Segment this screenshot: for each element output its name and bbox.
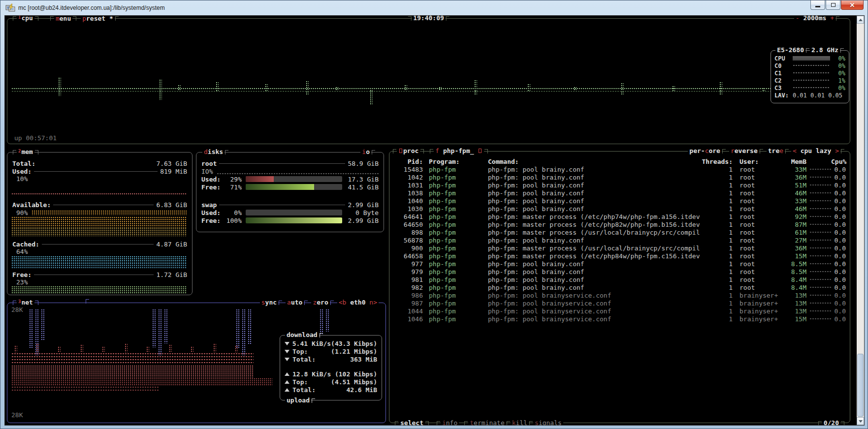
process-row[interactable]: 1030php-fpmphp-fpm: pool brainy.conf1roo… bbox=[393, 205, 846, 213]
sort-selector[interactable]: < cpu lazy > bbox=[791, 148, 840, 154]
disk-free-meter bbox=[246, 217, 342, 223]
cpu-model: E5-2680 bbox=[775, 47, 805, 54]
per-core-toggle[interactable]: per-core bbox=[688, 148, 722, 154]
interval-decrease-button[interactable]: - bbox=[796, 16, 800, 22]
process-filter[interactable]: f php-fpm_ bbox=[434, 148, 484, 154]
proc-box-title[interactable]: proc bbox=[397, 148, 420, 154]
mem-used-row: Used:819 MiB bbox=[12, 167, 187, 175]
disks-box-title[interactable]: disks bbox=[202, 149, 225, 155]
close-icon: ✕ bbox=[850, 2, 855, 8]
core-row: C30% bbox=[771, 84, 849, 92]
net-stats-box: download 5.41 KiB/s(43.3 Kibps) Top:(1.2… bbox=[280, 335, 382, 400]
disk-used-row: Used:0% 0 Byte bbox=[201, 209, 379, 216]
mem-free-graph bbox=[11, 286, 187, 294]
mem-cached-row: Cached:4.87 GiB bbox=[12, 240, 187, 248]
core-row: C10% bbox=[771, 69, 849, 77]
scrollbar[interactable] bbox=[857, 16, 864, 425]
process-row[interactable]: 1038php-fpmphp-fpm: pool brainy.conf1roo… bbox=[393, 189, 846, 197]
mem-box-title[interactable]: 2mem bbox=[17, 149, 34, 156]
mem-meter bbox=[809, 302, 831, 305]
process-row[interactable]: 979php-fpmphp-fpm: pool brainy.conf1root… bbox=[393, 268, 846, 276]
mem-meter bbox=[809, 199, 831, 202]
kill-button[interactable]: kill bbox=[511, 420, 529, 425]
mem-meter bbox=[809, 317, 831, 320]
mem-box: 2mem Total:7.63 GiB Used:819 MiB 10% Ava… bbox=[7, 152, 193, 295]
core-meter bbox=[793, 86, 830, 90]
net-zero-toggle[interactable]: zero bbox=[311, 299, 329, 306]
sort-prev-button[interactable]: < bbox=[793, 147, 797, 154]
process-row[interactable]: 1046php-fpmphp-fpm: pool brainyservice.c… bbox=[393, 315, 846, 323]
box-glyph-icon bbox=[399, 149, 402, 153]
preset-button[interactable]: preset * bbox=[81, 16, 115, 22]
titlebar[interactable]: mc [root@ub24.itdeveloper.com.ua]:/lib/s… bbox=[0, 0, 868, 15]
process-row[interactable]: 15483php-fpmphp-fpm: pool brainy.conf1ro… bbox=[393, 165, 846, 173]
disk-used-row: Used:29% 17.3 GiB bbox=[201, 175, 379, 183]
process-row[interactable]: 1040php-fpmphp-fpm: pool brainy.conf1roo… bbox=[393, 197, 846, 205]
mem-meter bbox=[809, 254, 831, 257]
core-meter bbox=[793, 79, 830, 82]
restore-button[interactable] bbox=[826, 0, 840, 10]
mem-meter bbox=[809, 286, 831, 289]
scrollbar-thumb[interactable] bbox=[857, 354, 864, 417]
process-table-header[interactable]: Pid: Program: Command: Threads: User: Me… bbox=[393, 157, 846, 165]
minimize-icon bbox=[815, 6, 820, 7]
minimize-button[interactable] bbox=[810, 0, 825, 10]
cpu-total-row: CPU0% bbox=[771, 55, 849, 62]
filter-input[interactable]: php-fpm_ bbox=[443, 147, 474, 154]
net-download-scale: 28K bbox=[11, 306, 23, 313]
scroll-down-button[interactable] bbox=[857, 417, 864, 425]
interval-increase-button[interactable]: + bbox=[830, 16, 834, 22]
process-row[interactable]: 1042php-fpmphp-fpm: pool brainy.conf1roo… bbox=[393, 173, 846, 181]
mem-free-pct: 23% bbox=[16, 278, 28, 286]
tree-toggle[interactable]: tree bbox=[767, 148, 785, 154]
net-auto-toggle[interactable]: auto bbox=[286, 299, 304, 306]
signals-button[interactable]: signals bbox=[533, 420, 563, 425]
process-row[interactable]: 981php-fpmphp-fpm: pool brainy.conf1root… bbox=[393, 276, 846, 283]
mem-cached-pct: 64% bbox=[16, 248, 28, 255]
scroll-down-icon bbox=[859, 420, 863, 423]
process-row[interactable]: 977php-fpmphp-fpm: pool brainy.conf1root… bbox=[393, 260, 846, 268]
mem-free-row: Free:1.72 GiB bbox=[12, 271, 187, 278]
mem-meter bbox=[809, 231, 831, 234]
menu-button[interactable]: menu bbox=[54, 16, 72, 22]
download-speed-row: 5.41 KiB/s(43.3 Kibps) bbox=[280, 339, 382, 347]
window-title: mc [root@ub24.itdeveloper.com.ua]:/lib/s… bbox=[18, 4, 165, 11]
sort-next-button[interactable]: > bbox=[835, 147, 839, 154]
terminate-button[interactable]: terminate bbox=[468, 420, 506, 425]
process-row[interactable]: 64650php-fpmphp-fpm: master process (/et… bbox=[393, 220, 846, 228]
disks-io-toggle[interactable]: io bbox=[360, 149, 371, 155]
clock: 19:40:09 bbox=[412, 16, 446, 22]
application-window: mc [root@ub24.itdeveloper.com.ua]:/lib/s… bbox=[0, 0, 868, 429]
down-arrow-icon bbox=[285, 342, 289, 345]
scroll-up-button[interactable] bbox=[857, 16, 864, 24]
sort-value: cpu lazy bbox=[801, 147, 835, 154]
selection-counter: 0/20 bbox=[822, 420, 840, 425]
mem-available-pct-row: 90% bbox=[12, 209, 187, 216]
close-button[interactable]: ✕ bbox=[841, 0, 864, 10]
mem-meter bbox=[809, 294, 831, 297]
reverse-toggle[interactable]: reverse bbox=[729, 148, 759, 154]
process-row[interactable]: 56878php-fpmphp-fpm: pool brainy.conf1ro… bbox=[393, 236, 846, 244]
process-row[interactable]: 1044php-fpmphp-fpm: pool brainyservice.c… bbox=[393, 307, 846, 315]
process-row[interactable]: 898php-fpmphp-fpm: master process (/usr/… bbox=[393, 228, 846, 236]
net-sync-toggle[interactable]: sync bbox=[260, 299, 278, 306]
net-box-title[interactable]: 3net bbox=[17, 299, 34, 306]
up-arrow-icon bbox=[285, 372, 289, 376]
process-row[interactable]: 1031php-fpmphp-fpm: pool brainy.conf1roo… bbox=[393, 181, 846, 189]
process-row[interactable]: 64658php-fpmphp-fpm: master process (/et… bbox=[393, 252, 846, 260]
process-row[interactable]: 987php-fpmphp-fpm: pool brainyservice.co… bbox=[393, 299, 846, 307]
process-row[interactable]: 986php-fpmphp-fpm: pool brainyservice.co… bbox=[393, 291, 846, 299]
cpu-box-title[interactable]: 1cpu bbox=[17, 16, 34, 22]
disk-name-row: swap2.99 GiB bbox=[201, 201, 379, 209]
process-row[interactable]: 982php-fpmphp-fpm: pool brainy.conf1root… bbox=[393, 283, 846, 291]
net-interface-switcher[interactable]: <b eth0 n> bbox=[337, 299, 379, 306]
process-row[interactable]: 900php-fpmphp-fpm: master process (/usr/… bbox=[393, 244, 846, 252]
mem-available-row: Available:6.83 GiB bbox=[12, 201, 187, 209]
prev-interface-button[interactable]: <b bbox=[339, 299, 347, 306]
next-interface-button[interactable]: n> bbox=[369, 299, 377, 306]
core-row: C00% bbox=[771, 62, 849, 69]
down-arrow-icon bbox=[285, 350, 289, 353]
info-button[interactable]: info bbox=[441, 420, 459, 425]
select-button[interactable]: select bbox=[399, 420, 425, 425]
process-row[interactable]: 64641php-fpmphp-fpm: master process (/et… bbox=[393, 213, 846, 220]
